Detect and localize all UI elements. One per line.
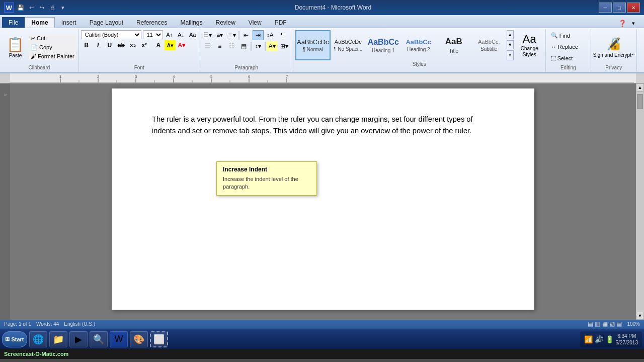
text-effects-button[interactable]: A [153, 40, 164, 50]
bold-button[interactable]: B [81, 40, 92, 50]
numbering-button[interactable]: ≡▾ [214, 30, 225, 40]
qa-redo[interactable]: ↪ [37, 3, 46, 12]
document-text[interactable]: The ruler is a very powerful tool. From … [152, 114, 494, 137]
borders-button[interactable]: ⊞▾ [279, 41, 290, 51]
tab-file[interactable]: File [2, 17, 25, 28]
font-color-button[interactable]: A▾ [176, 40, 187, 50]
align-center-button[interactable]: ≡ [214, 41, 225, 51]
tab-page-layout[interactable]: Page Layout [83, 17, 130, 28]
document-page: The ruler is a very powerful tool. From … [112, 88, 534, 310]
start-button[interactable]: ⊞ Start [2, 331, 27, 347]
document-scroll-area[interactable]: The ruler is a very powerful tool. From … [10, 83, 636, 320]
superscript-button[interactable]: x² [139, 40, 150, 50]
style-title[interactable]: AaB Title [436, 30, 471, 60]
scroll-up-button[interactable]: ▲ [636, 83, 644, 92]
styles-scroll-up[interactable]: ▲ [507, 30, 514, 39]
tab-mailings[interactable]: Mailings [174, 17, 209, 28]
taskbar-explorer[interactable]: 📁 [49, 331, 67, 347]
tray-network[interactable]: 📶 [584, 335, 593, 343]
horizontal-ruler: 1 2 3 4 5 6 7 [10, 73, 636, 83]
decrease-indent-button[interactable]: ⇤ [240, 30, 252, 40]
ribbon-minimize[interactable]: ▾ [629, 19, 638, 28]
taskbar-paint[interactable]: 🎨 [130, 331, 148, 347]
underline-button[interactable]: U [104, 40, 115, 50]
svg-text:6: 6 [248, 74, 251, 79]
taskbar-snip[interactable]: ⬜ [150, 331, 168, 347]
font-group: Calibri (Body) 11 A↑ A↓ Aa B I U ab x₂ x… [79, 29, 200, 71]
font-format-row: B I U ab x₂ x² A A▾ A▾ [81, 40, 198, 50]
font-name-select[interactable]: Calibri (Body) [81, 30, 141, 39]
font-grow-button[interactable]: A↑ [165, 30, 175, 39]
svg-text:1: 1 [59, 74, 62, 79]
tab-review[interactable]: Review [209, 17, 242, 28]
style-subtitle[interactable]: AaBbCc, Subtitle [471, 30, 507, 60]
close-button[interactable]: ✕ [627, 3, 640, 13]
strikethrough-button[interactable]: ab [116, 40, 127, 50]
font-shrink-button[interactable]: A↓ [176, 30, 186, 39]
style-heading2[interactable]: AaBbCc Heading 2 [401, 30, 436, 60]
cut-button[interactable]: ✂ Cut [29, 34, 76, 43]
show-formatting-button[interactable]: ¶ [277, 30, 288, 40]
vertical-scrollbar[interactable]: ▲ ▼ [636, 83, 644, 320]
minimize-button[interactable]: ─ [599, 3, 612, 13]
left-margin: 3 [0, 83, 10, 320]
style-heading1-preview: AaBbCc [368, 37, 399, 47]
tab-home[interactable]: Home [25, 17, 54, 28]
styles-scroll-more[interactable]: ≡ [507, 50, 514, 60]
taskbar-word[interactable]: W [110, 331, 128, 347]
tab-references[interactable]: References [130, 17, 174, 28]
taskbar-media[interactable]: ▶ [69, 331, 88, 347]
format-painter-button[interactable]: 🖌 Format Painter [29, 52, 76, 60]
italic-button[interactable]: I [93, 40, 104, 50]
sort-button[interactable]: ↕A [265, 30, 276, 40]
style-normal[interactable]: AaBbCcDc ¶ Normal [295, 30, 331, 60]
ribbon-help[interactable]: ❓ [618, 19, 627, 28]
change-styles-button[interactable]: Aa Change Styles [516, 31, 543, 60]
qa-undo[interactable]: ↩ [27, 3, 36, 12]
styles-scroll: ▲ ▼ ≡ [507, 30, 514, 60]
tray-battery[interactable]: 🔋 [605, 335, 614, 343]
ribbon: 📋 Paste ✂ Cut 📄 Copy 🖌 Format Painter [0, 28, 644, 73]
qa-print[interactable]: 🖨 [48, 3, 57, 12]
tab-pdf[interactable]: PDF [268, 17, 293, 28]
highlight-button[interactable]: A▾ [165, 40, 176, 50]
line-spacing-button[interactable]: ↕▾ [253, 41, 264, 51]
qa-more[interactable]: ▾ [58, 3, 67, 12]
paste-button[interactable]: 📋 Paste [2, 34, 29, 60]
find-button[interactable]: 🔍 Find [548, 30, 589, 41]
quick-access: 💾 ↩ ↪ 🖨 ▾ [16, 3, 67, 12]
qa-save[interactable]: 💾 [16, 3, 25, 12]
tray-clock[interactable]: 6:34 PM 5/27/2013 [616, 333, 638, 346]
tab-insert[interactable]: Insert [55, 17, 83, 28]
select-button[interactable]: ⬚ Select [548, 53, 589, 63]
replace-button[interactable]: ↔ Replace [548, 42, 589, 52]
style-heading1[interactable]: AaBbCc Heading 1 [366, 30, 401, 60]
bullets-button[interactable]: ☰▾ [202, 30, 213, 40]
scroll-down-button[interactable]: ▼ [636, 312, 644, 320]
find-icon: 🔍 [551, 32, 558, 39]
subscript-button[interactable]: x₂ [127, 40, 138, 50]
app-title: Document4 - Microsoft Word [67, 4, 599, 11]
styles-scroll-down[interactable]: ▼ [507, 40, 514, 49]
scroll-thumb[interactable] [637, 94, 643, 109]
taskbar-ie[interactable]: 🌐 [29, 331, 47, 347]
copy-button[interactable]: 📄 Copy [29, 43, 76, 52]
font-size-select[interactable]: 11 [143, 30, 163, 39]
clear-format-button[interactable]: Aa [188, 30, 198, 39]
para-align-row: ☰ ≡ ☷ ▤ ↕▾ A▾ ⊞▾ [202, 41, 291, 51]
style-no-spacing-preview: AaBbCcDc [335, 39, 362, 45]
shading-button[interactable]: A▾ [267, 41, 278, 51]
align-right-button[interactable]: ☷ [226, 41, 237, 51]
style-title-preview: AaB [445, 37, 462, 47]
tab-view[interactable]: View [242, 17, 268, 28]
align-left-button[interactable]: ☰ [202, 41, 213, 51]
taskbar-search[interactable]: 🔍 [90, 331, 108, 347]
tooltip-title: Increase Indent [223, 166, 310, 173]
multilevel-list-button[interactable]: ≣▾ [226, 30, 237, 40]
tray-volume[interactable]: 🔊 [595, 335, 603, 343]
justify-button[interactable]: ▤ [238, 41, 250, 51]
editing-label: Editing [548, 65, 589, 70]
style-no-spacing[interactable]: AaBbCcDc ¶ No Spaci... [331, 30, 366, 60]
increase-indent-button[interactable]: ⇥ [253, 30, 264, 40]
restore-button[interactable]: □ [613, 3, 626, 13]
